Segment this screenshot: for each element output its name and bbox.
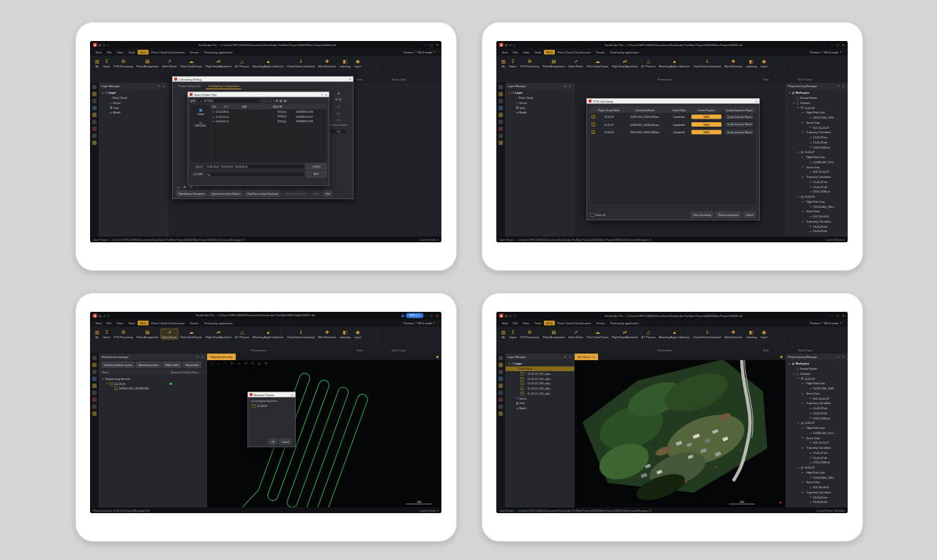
open-button[interactable]: 打开(O) xyxy=(306,164,327,171)
layer-tree-item[interactable]: ◌ 15-41-07_003_adju... xyxy=(506,381,575,387)
themes-menu[interactable]: Themes xyxy=(810,51,820,54)
menu-item[interactable]: Terrain xyxy=(187,321,201,326)
menu-item[interactable]: Third party application xyxy=(608,321,641,326)
dialog-close-icon[interactable]: ✕ xyxy=(349,78,351,81)
preprocessing-tree-item[interactable]: ▾ Trajectory Calculation xyxy=(786,174,848,179)
folder-icon[interactable]: ▭ xyxy=(337,105,340,108)
folder-icon[interactable]: ▭ xyxy=(337,118,340,122)
antenna-icons[interactable]: Ψ Ψ xyxy=(335,98,342,102)
toolbar-item[interactable]: ◧ colorizing xyxy=(744,59,758,69)
add-icon[interactable]: ✚ xyxy=(184,185,187,190)
file-column-header[interactable]: 大小 xyxy=(224,105,242,109)
preprocessing-tree-item[interactable]: ▭ 15-41-07.slk xyxy=(786,455,848,460)
maximize-button[interactable]: ▢ xyxy=(836,314,839,318)
menu-item[interactable]: MLS xyxy=(138,321,149,326)
filetype-dropdown[interactable]: *.sls xyxy=(205,172,305,177)
ribbon-editor-button[interactable]: Ribbon editor xyxy=(163,362,182,368)
file-column-header[interactable]: 类型 xyxy=(242,105,273,109)
back-icon[interactable]: ← xyxy=(264,99,266,102)
preprocessing-tree-item[interactable]: ▭ 47012.3280.uh xyxy=(786,460,848,466)
side-tool-icon[interactable] xyxy=(499,397,503,402)
toolbar-item[interactable]: ▥ By xyxy=(94,59,100,69)
up-icon[interactable]: ↑ xyxy=(272,99,274,102)
toolbar-item[interactable]: ◧ colorizing xyxy=(338,59,351,69)
side-tool-icon[interactable] xyxy=(499,411,503,416)
redo-icon[interactable]: ▢ xyxy=(513,43,516,47)
dialog-button[interactable]: Exit xyxy=(324,190,332,197)
layer-tree-item[interactable]: ▾ ⬡ Layer xyxy=(100,91,168,96)
side-tool-icon[interactable] xyxy=(499,377,503,381)
themes-menu[interactable]: Themes xyxy=(403,321,414,325)
toolbar-item[interactable]: ☁ Point Cloud Fusion xyxy=(179,329,204,340)
side-tool-icon[interactable] xyxy=(92,141,97,145)
menu-item[interactable]: Start xyxy=(93,321,104,326)
defined-coordinate-system-button[interactable]: Defined coordinate system xyxy=(102,362,135,368)
preprocessing-tree-item[interactable]: ▭ 16-04-05.slk xyxy=(786,500,848,505)
tab-3d-view[interactable]: 3D View-1 ✕ xyxy=(575,354,598,360)
menu-item[interactable]: Start xyxy=(499,321,510,326)
panel-window-icons[interactable]: ⧉ ✕ xyxy=(158,85,166,88)
side-tool-icon[interactable] xyxy=(499,384,503,388)
quality-report-button[interactable]: Quality Inspection Report xyxy=(725,115,753,119)
preprocessing-tree-item[interactable]: ▭ 110617.600_1118... xyxy=(786,386,848,391)
layer-tree-item[interactable]: ▱ Vector xyxy=(506,396,575,401)
layer-tree-item[interactable]: ▦ Grid xyxy=(506,401,575,406)
preprocessing-tree-item[interactable]: ▾ ▤ 15-41-07 xyxy=(786,421,848,426)
preprocessing-tree-item[interactable]: ▾ ▤ 14-42-29 xyxy=(786,105,848,111)
preprocessing-tree-item[interactable]: ▾ ▣ Workspace xyxy=(786,91,848,96)
preprocessing-tree-item[interactable]: ▭ 14-42-29.imr xyxy=(786,135,848,140)
side-tool-icon[interactable] xyxy=(92,363,97,367)
save-icon[interactable]: ▤ xyxy=(505,314,508,318)
place-folder[interactable]: ▭ CHPC2408.. xyxy=(195,120,207,127)
toolbar-item[interactable]: ◉ Log In xyxy=(353,59,362,69)
arc-tool-icon[interactable]: ◠ xyxy=(223,362,226,365)
list-view-icon[interactable]: ▦ xyxy=(280,99,283,102)
menu-item[interactable]: Tools xyxy=(126,50,138,55)
side-tool-icon[interactable] xyxy=(92,85,97,89)
side-tool-icon[interactable] xyxy=(92,411,97,416)
menu-item[interactable]: Point Cloud Classification xyxy=(149,50,187,55)
preprocessing-tree-item[interactable]: ▾ Scene Data xyxy=(786,120,848,125)
new-folder-icon[interactable]: ✚ xyxy=(275,99,277,102)
strip-tree-item[interactable]: 109160.400_110268.800 xyxy=(100,387,207,392)
preprocessing-tree-item[interactable]: ▭ 16-04-05.slk xyxy=(786,229,848,234)
panel-window-icons[interactable]: ⧉ ✕ xyxy=(837,356,845,359)
toolbar-item[interactable]: ▲ Mounting Angle Calibration xyxy=(658,329,691,340)
checkbox-checked[interactable] xyxy=(110,382,113,386)
side-tool-icon[interactable] xyxy=(499,113,503,117)
minimize-button[interactable]: – xyxy=(425,314,427,318)
tab-overflow-dot[interactable] xyxy=(780,356,783,358)
maximize-button[interactable]: ▢ xyxy=(430,314,433,318)
toolbar-item[interactable]: ▥ By xyxy=(500,329,507,340)
toolbar-item[interactable]: ↧ Import xyxy=(102,59,111,69)
menu-item[interactable]: View xyxy=(520,321,532,326)
preprocessing-tree-item[interactable]: ▾ ▢ Onboard xyxy=(786,371,848,376)
toolbar-item[interactable]: ⚙ POS Processing xyxy=(113,59,134,69)
redo-tool-icon[interactable]: ↻ xyxy=(251,362,254,365)
toolbar-item[interactable]: ▤ Photo Arrangement xyxy=(135,329,160,340)
toolbar-item[interactable]: ✚ Mark Extraction xyxy=(317,59,337,69)
close-button[interactable]: ✕ xyxy=(436,43,438,47)
menu-item[interactable]: Start xyxy=(93,50,104,55)
menu-item[interactable]: File xyxy=(104,50,113,55)
layer-tree-item[interactable]: ▾ ⬡ Layer xyxy=(506,362,575,367)
cancel-button[interactable]: Cancel xyxy=(743,212,755,218)
preprocessing-tree-item[interactable]: ▾ Flight Path Data xyxy=(786,154,848,160)
menu-item[interactable]: Terrain xyxy=(187,50,201,55)
preprocessing-tree-item[interactable]: ▾ Scene Data xyxy=(786,480,848,485)
preprocessing-tree-item[interactable]: ▾ ▣ Workspace xyxy=(786,362,848,367)
mode-menu[interactable]: MLS mode xyxy=(824,321,838,325)
preprocessing-tree-item[interactable]: ▾ Flight Path Data xyxy=(786,111,848,116)
toolbar-item[interactable]: ◉ Log In xyxy=(759,329,769,340)
checkbox-checked[interactable] xyxy=(520,377,524,381)
detail-view-icon[interactable]: ▣ xyxy=(284,99,287,102)
undo-tool-icon[interactable]: ↺ xyxy=(244,362,247,365)
layer-tree-item[interactable]: ▾ ◌ Point Cloud xyxy=(506,366,575,371)
team-item[interactable]: 14-18-35 xyxy=(248,404,296,408)
minimize-button[interactable]: – xyxy=(831,314,833,318)
preprocessing-tree-item[interactable]: ▾ ▢ Onboard xyxy=(786,100,848,105)
cancel-button[interactable]: 取消 xyxy=(306,171,327,178)
preprocessing-tree-item[interactable]: ▭ 114185.402_1151... xyxy=(786,160,848,165)
undo-icon[interactable]: ↺ xyxy=(102,43,105,47)
checkbox-checked[interactable] xyxy=(520,387,524,390)
